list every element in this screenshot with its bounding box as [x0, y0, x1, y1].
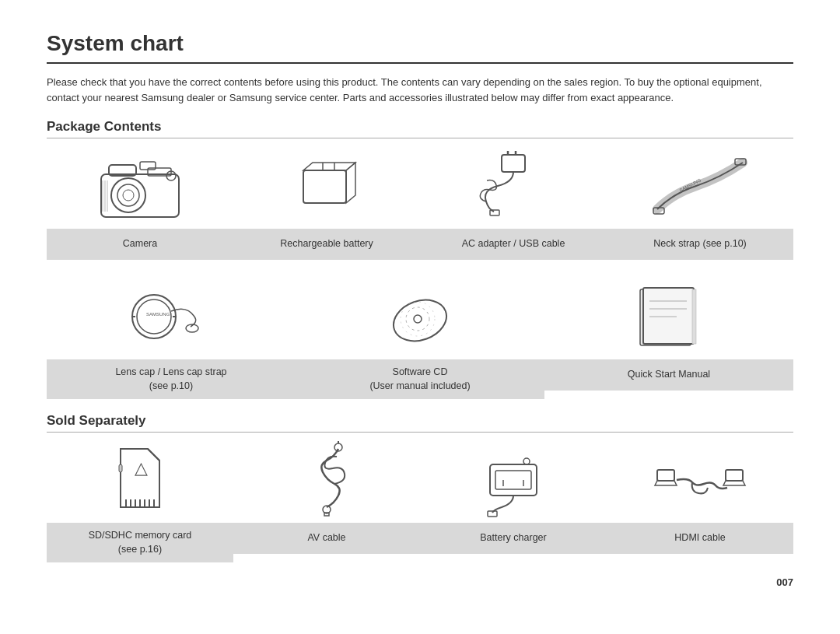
svg-rect-35 — [692, 289, 696, 344]
svg-point-1 — [111, 178, 145, 212]
svg-rect-55 — [495, 471, 531, 489]
item-battery-charger: Battery charger — [420, 437, 607, 562]
battery-charger-image — [420, 437, 607, 523]
battery-label: Rechargeable battery — [233, 229, 420, 260]
sd-card-image: △ — [47, 437, 233, 523]
camera-image — [47, 143, 233, 229]
camera-label: Camera — [47, 229, 233, 260]
item-hdmi-cable: HDMI cable — [607, 437, 793, 562]
svg-rect-11 — [303, 170, 346, 203]
svg-point-29 — [388, 293, 453, 349]
item-av-cable: AV cable — [233, 437, 420, 562]
svg-marker-13 — [346, 163, 355, 203]
item-neck-strap: SAMSUNG Neck strap (see p.10) — [607, 143, 793, 260]
svg-point-31 — [406, 307, 429, 331]
lens-cap-image: SAMSUNG — [47, 274, 296, 359]
hdmi-cable-image — [607, 437, 793, 523]
svg-text:△: △ — [135, 458, 148, 478]
page-number: 007 — [47, 576, 793, 588]
quick-start-image — [544, 274, 793, 359]
section-sold-title: Sold Separately — [47, 413, 793, 433]
ac-adapter-image — [420, 143, 607, 229]
software-cd-label: Software CD (User manual included) — [296, 359, 544, 399]
item-camera: Camera — [47, 143, 233, 260]
svg-line-40 — [148, 449, 159, 461]
svg-rect-34 — [643, 288, 694, 344]
software-cd-image — [296, 274, 544, 359]
svg-point-3 — [123, 190, 134, 201]
svg-point-30 — [414, 315, 422, 323]
package-row-2: SAMSUNG Lens cap / Lens cap strap (see p… — [47, 274, 793, 399]
item-battery: Rechargeable battery — [233, 143, 420, 260]
sd-card-label: SD/SDHC memory card (see p.16) — [47, 523, 233, 562]
svg-rect-54 — [490, 464, 537, 496]
item-ac-adapter: AC adapter / USB cable — [420, 143, 607, 260]
svg-rect-60 — [657, 470, 674, 481]
svg-rect-62 — [726, 470, 743, 481]
battery-charger-label: Battery charger — [420, 523, 607, 554]
quick-start-label: Quick Start Manual — [544, 359, 793, 391]
lens-cap-label: Lens cap / Lens cap strap (see p.10) — [47, 359, 296, 399]
hdmi-cable-label: HDMI cable — [607, 523, 793, 554]
item-software-cd: Software CD (User manual included) — [296, 274, 544, 399]
svg-point-2 — [117, 184, 139, 206]
section-package-title: Package Contents — [47, 119, 793, 138]
item-quick-start: Quick Start Manual — [544, 274, 793, 399]
svg-rect-0 — [101, 174, 179, 217]
av-cable-label: AV cable — [233, 523, 420, 554]
svg-rect-53 — [324, 513, 329, 516]
package-row-1: Camera Rechargeable battery — [47, 143, 793, 260]
item-sd-card: △ SD/SDHC memory card (see p.16) — [47, 437, 233, 562]
av-cable-image — [233, 437, 420, 523]
neck-strap-label: Neck strap (see p.10) — [607, 229, 793, 260]
neck-strap-image: SAMSUNG — [607, 143, 793, 229]
svg-point-24 — [137, 299, 171, 334]
page-title: System chart — [47, 31, 793, 64]
battery-image — [233, 143, 420, 229]
svg-rect-16 — [502, 155, 525, 172]
item-lens-cap: SAMSUNG Lens cap / Lens cap strap (see p… — [47, 274, 296, 399]
intro-text: Please check that you have the correct c… — [47, 75, 793, 105]
svg-rect-49 — [119, 464, 122, 472]
svg-text:SAMSUNG: SAMSUNG — [146, 312, 170, 317]
ac-adapter-label: AC adapter / USB cable — [420, 229, 607, 260]
sold-row-1: △ SD/SDHC memory card (see p.16) — [47, 437, 793, 562]
svg-point-56 — [523, 458, 530, 464]
svg-point-23 — [132, 295, 176, 338]
